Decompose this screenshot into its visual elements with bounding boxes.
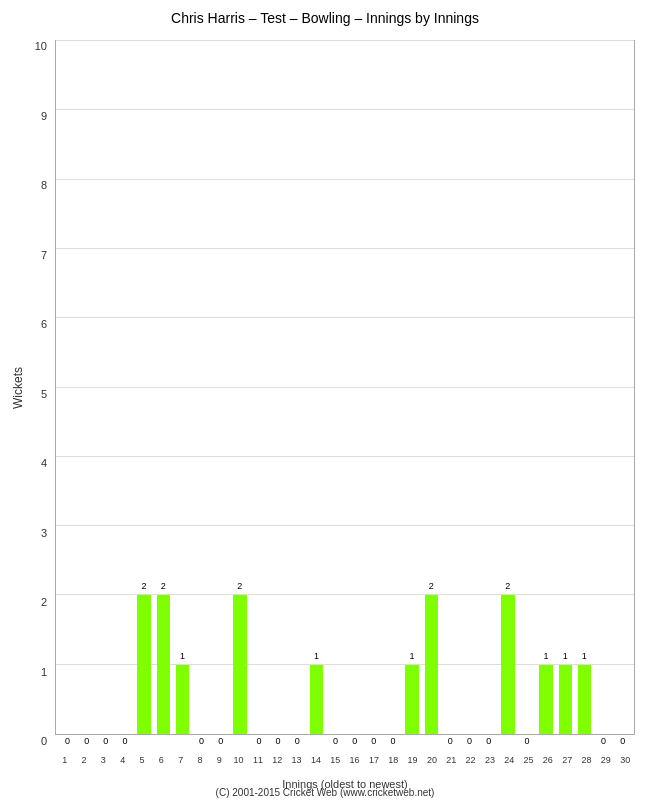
bar-group: 1 [173,41,192,734]
bar-zero-label: 0 [467,736,472,746]
bar-zero-label: 0 [524,736,529,746]
bar-group: 2 [135,41,154,734]
x-tick-label: 17 [364,755,383,765]
bar-zero-label: 0 [620,736,625,746]
x-tick-label: 30 [616,755,635,765]
x-tick-label: 24 [500,755,519,765]
bar-value-label: 1 [544,651,549,661]
x-tick-label: 15 [326,755,345,765]
bar-zero-label: 0 [486,736,491,746]
bar-group: 0 [345,41,364,734]
bar-group: 0 [479,41,498,734]
x-tick-label: 5 [132,755,151,765]
bar-zero-label: 0 [276,736,281,746]
x-tick-label: 25 [519,755,538,765]
bar-value-label: 2 [429,581,434,591]
y-tick-label: 3 [41,527,47,539]
bar: 1 [310,665,323,734]
chart-title: Chris Harris – Test – Bowling – Innings … [0,0,650,31]
x-tick-label: 14 [306,755,325,765]
bar-group: 0 [460,41,479,734]
bar-zero-label: 0 [601,736,606,746]
x-tick-label: 23 [480,755,499,765]
y-tick-label: 0 [41,735,47,747]
bar-zero-label: 0 [84,736,89,746]
x-tick-label: 4 [113,755,132,765]
bar-group: 0 [364,41,383,734]
bar-group: 1 [556,41,575,734]
x-tick-label: 10 [229,755,248,765]
bar-zero-label: 0 [295,736,300,746]
x-tick-label: 16 [345,755,364,765]
bar-zero-label: 0 [199,736,204,746]
bar: 2 [137,595,150,734]
bar-group: 0 [269,41,288,734]
y-axis-labels: 012345678910 [0,40,55,735]
bar-group: 0 [249,41,268,734]
x-tick-label: 9 [210,755,229,765]
bar-value-label: 2 [237,581,242,591]
bar-zero-label: 0 [371,736,376,746]
bar-zero-label: 0 [352,736,357,746]
y-tick-label: 4 [41,457,47,469]
bar-group: 0 [326,41,345,734]
x-tick-label: 8 [190,755,209,765]
bar: 1 [176,665,189,734]
bar-zero-label: 0 [103,736,108,746]
x-tick-label: 19 [403,755,422,765]
bar-group: 0 [58,41,77,734]
bar-value-label: 2 [142,581,147,591]
bar-group: 0 [517,41,536,734]
y-tick-label: 2 [41,596,47,608]
y-tick-label: 8 [41,179,47,191]
bar-value-label: 1 [180,651,185,661]
bar: 1 [539,665,552,734]
bar-group: 1 [307,41,326,734]
chart-area: 000022100200010000120002011100 [55,40,635,735]
y-tick-label: 7 [41,249,47,261]
x-axis-labels: 1234567891011121314151617181920212223242… [55,750,635,770]
bar: 2 [233,595,246,734]
x-tick-label: 21 [442,755,461,765]
bar-value-label: 1 [563,651,568,661]
x-tick-label: 12 [268,755,287,765]
x-tick-label: 6 [152,755,171,765]
bar: 1 [578,665,591,734]
bar-value-label: 1 [582,651,587,661]
x-tick-label: 26 [538,755,557,765]
bar-zero-label: 0 [333,736,338,746]
x-tick-label: 1 [55,755,74,765]
x-tick-label: 2 [74,755,93,765]
bar-group: 0 [96,41,115,734]
x-tick-label: 20 [422,755,441,765]
bar-group: 0 [211,41,230,734]
bar-zero-label: 0 [390,736,395,746]
bar-zero-label: 0 [65,736,70,746]
y-tick-label: 9 [41,110,47,122]
bar-group: 0 [288,41,307,734]
bar-group: 1 [403,41,422,734]
x-tick-label: 13 [287,755,306,765]
footer: (C) 2001-2015 Cricket Web (www.cricketwe… [0,787,650,798]
bar: 2 [425,595,438,734]
x-tick-label: 3 [94,755,113,765]
bar-group: 0 [441,41,460,734]
bar: 1 [559,665,572,734]
x-tick-label: 28 [577,755,596,765]
bar-value-label: 1 [410,651,415,661]
bar-zero-label: 0 [122,736,127,746]
x-tick-label: 22 [461,755,480,765]
bar-group: 1 [537,41,556,734]
bar-value-label: 2 [505,581,510,591]
y-tick-label: 1 [41,666,47,678]
bar-group: 0 [613,41,632,734]
bar-value-label: 1 [314,651,319,661]
bar: 1 [405,665,418,734]
y-tick-label: 10 [35,40,47,52]
bar-zero-label: 0 [218,736,223,746]
bar-group: 2 [422,41,441,734]
bar-group: 2 [498,41,517,734]
bar-zero-label: 0 [448,736,453,746]
bar-group: 0 [192,41,211,734]
bar-group: 0 [77,41,96,734]
